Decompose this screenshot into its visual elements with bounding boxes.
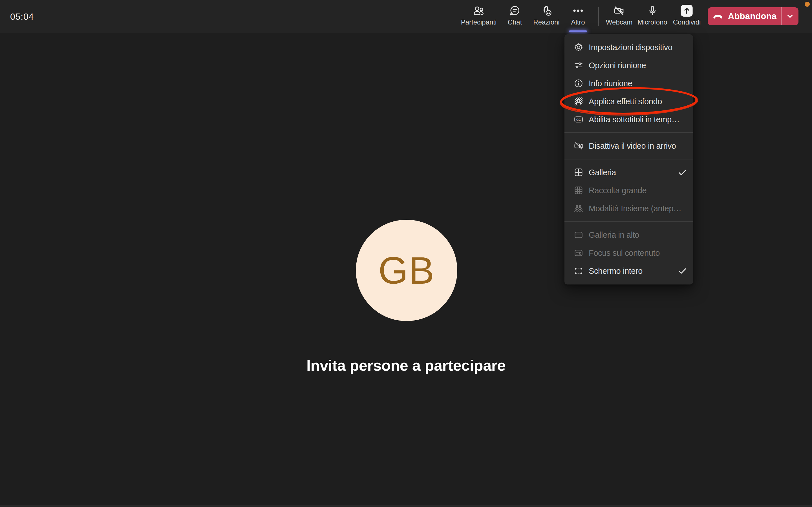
menu-item-label: Focus sul contenuto bbox=[589, 248, 688, 258]
bottom-edge-strip bbox=[0, 505, 812, 507]
toolbar-label: Chat bbox=[508, 18, 522, 26]
hang-up-icon bbox=[712, 11, 723, 22]
menu-item-label: Disattiva il video in arrivo bbox=[589, 141, 688, 151]
closed-captions-icon: CC bbox=[573, 114, 583, 124]
menu-item-large-gallery: Raccolta grande bbox=[564, 181, 693, 200]
leave-button-label: Abbandona bbox=[728, 11, 776, 21]
meeting-top-bar: 05:04 Partecipanti Chat Reazioni bbox=[0, 0, 812, 33]
grid-3x3-icon bbox=[573, 185, 583, 195]
menu-item-gallery[interactable]: Galleria bbox=[564, 163, 693, 181]
toolbar-button-share[interactable]: Condividi bbox=[673, 0, 701, 33]
leave-options-button[interactable] bbox=[781, 7, 799, 25]
menu-item-meeting-options[interactable]: Opzioni riunione bbox=[564, 56, 693, 74]
more-dots-icon bbox=[572, 4, 584, 17]
system-status-dot bbox=[805, 2, 810, 7]
top-gallery-icon bbox=[573, 230, 583, 240]
menu-divider bbox=[564, 159, 693, 159]
toolbar-label: Reazioni bbox=[533, 18, 559, 26]
menu-item-label: Modalità Insieme (antep… bbox=[589, 203, 688, 214]
microphone-icon bbox=[646, 4, 659, 17]
avatar-initials: GB bbox=[378, 248, 435, 292]
sliders-icon bbox=[573, 60, 583, 70]
menu-item-background-effects[interactable]: Applica effetti sfondo bbox=[564, 93, 693, 110]
menu-divider bbox=[564, 132, 693, 133]
menu-item-content-focus: Focus sul contenuto bbox=[564, 244, 693, 262]
toolbar-divider bbox=[598, 7, 599, 26]
content-focus-icon bbox=[573, 248, 583, 258]
checkmark-icon bbox=[677, 266, 688, 276]
menu-item-label: Galleria in alto bbox=[589, 230, 688, 240]
background-effects-icon bbox=[573, 96, 583, 107]
toolbar-label: Microfono bbox=[638, 18, 667, 26]
menu-item-label: Abilita sottotitoli in temp… bbox=[589, 114, 688, 124]
menu-divider bbox=[564, 221, 693, 222]
svg-text:CC: CC bbox=[576, 118, 581, 121]
toolbar-label: Partecipanti bbox=[461, 18, 497, 26]
menu-item-label: Schermo intero bbox=[589, 266, 672, 276]
grid-2x2-icon bbox=[573, 167, 583, 177]
menu-item-together-mode: Modalità Insieme (antep… bbox=[564, 200, 693, 217]
menu-item-meeting-info[interactable]: Info riunione bbox=[564, 74, 693, 93]
people-icon bbox=[472, 4, 485, 17]
reactions-icon bbox=[540, 4, 553, 17]
video-off-icon bbox=[573, 141, 583, 151]
menu-item-label: Opzioni riunione bbox=[589, 60, 688, 70]
menu-item-top-gallery: Galleria in alto bbox=[564, 226, 693, 244]
menu-item-label: Raccolta grande bbox=[589, 185, 688, 195]
participant-avatar: GB bbox=[356, 220, 457, 321]
menu-item-fullscreen[interactable]: Schermo intero bbox=[564, 262, 693, 280]
menu-item-label: Info riunione bbox=[589, 78, 688, 89]
toolbar-button-reactions[interactable]: Reazioni bbox=[533, 0, 559, 33]
active-tab-underline bbox=[569, 31, 587, 33]
together-mode-icon bbox=[573, 203, 583, 214]
menu-item-label: Galleria bbox=[589, 167, 672, 177]
chevron-down-icon bbox=[786, 12, 794, 20]
menu-item-device-settings[interactable]: Impostazioni dispositivo bbox=[564, 38, 693, 56]
share-screen-icon bbox=[680, 4, 693, 17]
camera-off-icon bbox=[613, 4, 625, 17]
menu-item-label: Impostazioni dispositivo bbox=[589, 42, 688, 52]
chat-icon bbox=[509, 4, 521, 17]
invite-people-text: Invita persone a partecipare bbox=[0, 356, 812, 374]
menu-item-turn-off-incoming-video[interactable]: Disattiva il video in arrivo bbox=[564, 137, 693, 155]
info-circle-icon bbox=[573, 78, 583, 89]
toolbar-button-webcam[interactable]: Webcam bbox=[606, 0, 632, 33]
menu-item-live-captions[interactable]: CC Abilita sottotitoli in temp… bbox=[564, 110, 693, 128]
toolbar-label: Webcam bbox=[606, 18, 632, 26]
leave-button-main[interactable]: Abbandona bbox=[708, 7, 781, 25]
toolbar-button-participants[interactable]: Partecipanti bbox=[461, 0, 497, 33]
more-options-menu: Impostazioni dispositivo Opzioni riunion… bbox=[564, 34, 693, 284]
meeting-timer: 05:04 bbox=[10, 0, 34, 33]
toolbar-button-chat[interactable]: Chat bbox=[508, 0, 522, 33]
menu-item-label: Applica effetti sfondo bbox=[589, 96, 688, 107]
checkmark-icon bbox=[677, 167, 688, 177]
toolbar-label: Condividi bbox=[673, 18, 701, 26]
leave-button[interactable]: Abbandona bbox=[708, 7, 799, 25]
toolbar-button-microphone[interactable]: Microfono bbox=[638, 0, 667, 33]
toolbar-label: Altro bbox=[571, 18, 585, 26]
settings-gear-icon bbox=[573, 42, 583, 52]
fullscreen-icon bbox=[573, 266, 583, 276]
toolbar-button-more[interactable]: Altro bbox=[571, 0, 585, 33]
